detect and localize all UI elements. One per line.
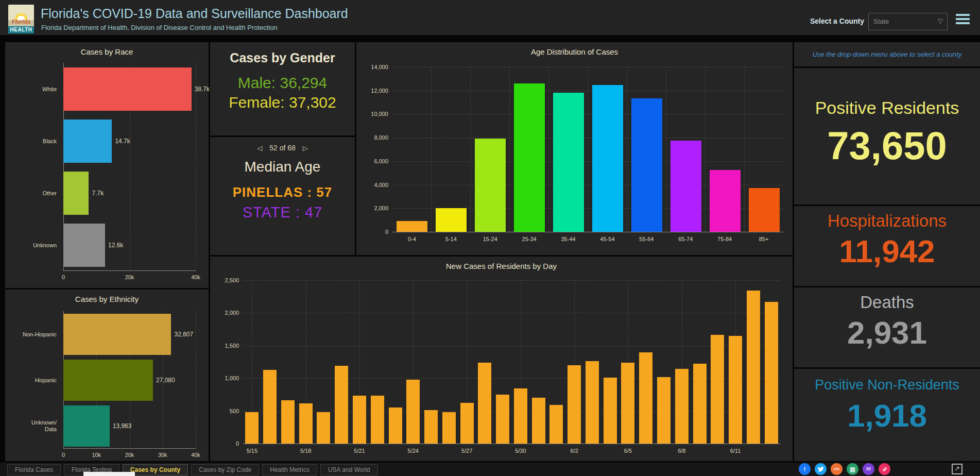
median-age-title: Median Age [210, 159, 355, 175]
data-bar-67 [657, 377, 670, 444]
facebook-icon[interactable]: f [799, 463, 811, 475]
x-axis-line [243, 444, 780, 444]
bar-slot [476, 280, 494, 444]
x-axis-tick-label: 5/27 [461, 448, 472, 454]
county-select-dropdown[interactable]: State ▽ [868, 13, 948, 30]
y-axis-tick-label: 2,000 [216, 310, 239, 316]
data-bar-525 [424, 410, 438, 444]
data-bar-64 [604, 378, 617, 444]
bar-row-white: White38.7k [11, 63, 203, 115]
tab-health-metrics[interactable]: Health Metrics [262, 464, 317, 475]
data-bar-521 [353, 396, 366, 444]
data-bar-514 [436, 208, 467, 232]
data-bar-611 [729, 336, 742, 444]
category-label: Black [11, 138, 57, 144]
data-bar-85 [749, 188, 780, 232]
y-axis-tick-label: 0 [216, 440, 239, 447]
value-label: 32,607 [174, 331, 193, 338]
stat-label: Hospitalizations [794, 211, 980, 231]
bar-slot [601, 280, 619, 444]
positive-non-residents-panel: Positive Non-Residents 1,918 [794, 369, 980, 461]
data-bar-610 [711, 335, 724, 444]
bar-slot [470, 67, 509, 232]
facebook-icon-glyph: f [804, 466, 805, 472]
cases-by-race-panel: Cases by Race White38.7kBlack14.7kOther7… [5, 42, 209, 288]
twitter-icon[interactable] [815, 463, 827, 475]
tooltip-remnant [83, 472, 135, 476]
data-bar [63, 405, 110, 447]
bar-slot [243, 280, 261, 444]
data-bar-69 [693, 364, 707, 444]
bar-slot [547, 280, 565, 444]
share-link-icon[interactable]: ∞ [879, 463, 890, 475]
tab-cases-by-zip-code[interactable]: Cases by Zip Code [191, 464, 259, 475]
bar-slot [511, 280, 529, 444]
county-pager: ◁ 52 of 68 ▷ [210, 144, 355, 152]
data-bar-516 [263, 370, 277, 444]
x-axis-tick-label: 35-44 [561, 236, 575, 242]
bar-slot [744, 280, 762, 444]
bar-slot [440, 280, 458, 444]
x-axis-tick-label: 15-24 [483, 236, 497, 242]
x-axis-tick-label: 5/15 [247, 448, 257, 454]
bar-slot [422, 280, 440, 444]
bar-slot [315, 280, 333, 444]
value-label: 38.7k [195, 86, 210, 93]
pager-prev-icon[interactable]: ◁ [252, 144, 267, 152]
data-bar-523 [389, 407, 402, 444]
bar-slot [709, 280, 727, 444]
data-bar-520 [335, 366, 348, 444]
bar-slot [673, 280, 691, 444]
male-cases-value: Male: 36,294 [210, 74, 355, 92]
data-bar-63 [586, 361, 599, 444]
category-label: Unknown [11, 242, 57, 248]
x-axis-tick-label: 5/21 [354, 448, 365, 454]
data-bar-2534 [514, 83, 545, 232]
page-subtitle: Florida Department of Health, Division o… [41, 24, 278, 31]
app-header: Florida HEALTH Florida's COVID-19 Data a… [0, 0, 980, 35]
chart-title: Cases by Race [5, 47, 209, 56]
axis-tick-label: 0 [62, 274, 65, 280]
value-label: 27,080 [156, 377, 175, 384]
embed-code-icon-glyph: </> [834, 467, 840, 471]
bar-row-black: Black14.7k [11, 115, 203, 167]
bar-row-unknown: Unknown12.6k [11, 219, 203, 271]
qr-code-icon[interactable]: ▦ [847, 463, 858, 475]
data-bar-518 [299, 403, 313, 444]
data-bar-519 [317, 412, 330, 444]
data-bar-612 [747, 291, 760, 444]
y-axis-tick-label: 2,000 [363, 205, 388, 211]
tab-usa-and-world[interactable]: USA and World [320, 464, 378, 475]
data-bar-4554 [592, 85, 623, 232]
plot-slots [392, 67, 783, 232]
share-link-icon-glyph: ∞ [880, 465, 889, 473]
email-icon[interactable]: ✉ [863, 463, 874, 475]
data-bar [63, 67, 192, 111]
bar-slot [548, 67, 588, 232]
tab-strip: Florida CasesFlorida TestingCases by Cou… [7, 464, 378, 475]
y-axis-tick-label: 4,000 [363, 182, 388, 188]
x-axis-tick-label: 65-74 [678, 236, 693, 242]
data-bar [63, 120, 112, 163]
bar-slot [494, 280, 512, 444]
bar-slot [565, 280, 583, 444]
plot-slots [243, 280, 780, 444]
bar-slot [351, 280, 369, 444]
data-bar-65 [621, 363, 634, 444]
y-axis-tick-label: 1,500 [216, 343, 239, 349]
x-axis-tick-label: 5-14 [445, 236, 457, 242]
data-bar [63, 360, 153, 401]
data-bar [63, 314, 171, 355]
tab-florida-cases[interactable]: Florida Cases [7, 464, 61, 475]
bar-slot [583, 280, 601, 444]
embed-code-icon[interactable]: </> [831, 463, 843, 475]
email-icon-glyph: ✉ [866, 466, 871, 472]
x-axis-tick-label: 5/30 [515, 448, 526, 454]
data-bar-6574 [670, 141, 701, 232]
category-label: Hispanic [11, 377, 57, 383]
data-bar-522 [371, 396, 384, 444]
external-link-icon[interactable]: ↗ [952, 464, 962, 474]
data-bar-61 [549, 405, 563, 444]
menu-icon[interactable] [956, 14, 970, 25]
pager-next-icon[interactable]: ▷ [298, 144, 313, 152]
